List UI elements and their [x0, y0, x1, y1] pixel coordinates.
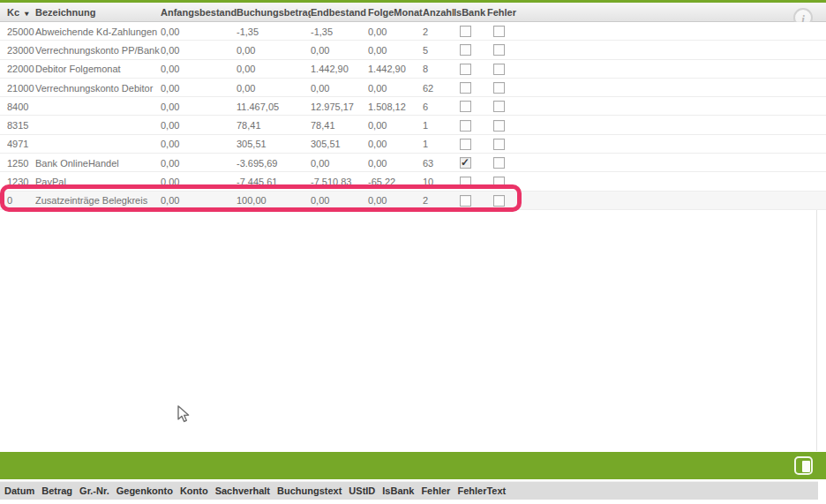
column-header-kc[interactable]: Kc▾ [7, 7, 35, 18]
app-window: Kc▾BezeichnungAnfangsbestandBuchungsbetr… [0, 0, 826, 504]
cell-anzahl: 2 [423, 195, 454, 206]
isbank-checkbox[interactable] [460, 157, 471, 169]
column-header-anzahl[interactable]: Anzahl [423, 7, 454, 18]
cell-endbestand: 78,41 [311, 120, 368, 131]
restore-window-icon[interactable] [794, 456, 813, 475]
cell-endbestand: 0,00 [311, 158, 368, 169]
isbank-checkbox[interactable] [460, 101, 471, 112]
cell-folgemonat: 1.508,12 [368, 102, 423, 112]
detail-column-header-gegenkonto[interactable]: Gegenkonto [116, 485, 173, 496]
fehler-checkbox[interactable] [493, 139, 505, 150]
detail-column-header-sachverhalt[interactable]: Sachverhalt [215, 485, 270, 496]
column-header-buchungsbetrag[interactable]: Buchungsbetrag [237, 7, 311, 18]
cell-bezeichnung: Bank OnlineHandel [35, 158, 161, 169]
isbank-checkbox[interactable] [460, 44, 471, 56]
cell-endbestand: 305,51 [311, 139, 368, 149]
cell-folgemonat: 0,00 [368, 45, 423, 56]
cell-anfangsbestand: 0,00 [161, 102, 237, 112]
isbank-checkbox[interactable] [460, 120, 471, 132]
cell-buchungsbetrag: 0,00 [237, 64, 311, 74]
column-header-endbestand[interactable]: Endbestand [311, 7, 368, 18]
detail-column-header-datum[interactable]: Datum [4, 485, 34, 496]
isbank-checkbox[interactable] [460, 195, 471, 207]
cell-anzahl: 1 [423, 120, 454, 131]
table-row[interactable]: 23000 Verrechnungskonto PP/Bank 0,00 0,0… [0, 41, 826, 59]
cell-anfangsbestand: 0,00 [161, 26, 237, 37]
detail-column-header-fehler[interactable]: Fehler [421, 485, 450, 496]
cell-anfangsbestand: 0,00 [161, 158, 237, 169]
sort-descending-icon: ▾ [25, 9, 29, 17]
cell-konto: 23000 [7, 45, 35, 56]
cell-folgemonat: 0,00 [368, 83, 423, 94]
detail-column-header-fehlertext[interactable]: FehlerText [457, 485, 506, 496]
cell-endbestand: 0,00 [311, 83, 368, 94]
detail-column-header-konto[interactable]: Konto [180, 485, 208, 496]
fehler-checkbox[interactable] [493, 157, 505, 169]
cell-konto: 8315 [7, 120, 35, 131]
cell-folgemonat: 0,00 [368, 26, 423, 37]
cell-konto: 0 [7, 195, 35, 206]
cell-bezeichnung: PayPal [35, 177, 161, 187]
detail-column-header-buchungstext[interactable]: Buchungstext [277, 485, 342, 496]
table-row[interactable]: 4971 0,00 305,51 305,51 0,00 1 [0, 135, 826, 154]
isbank-checkbox[interactable] [460, 64, 471, 75]
cell-bezeichnung: Verrechnungskonto Debitor [35, 83, 161, 94]
cell-konto: 25000 [7, 26, 35, 37]
fehler-checkbox[interactable] [493, 177, 505, 188]
cell-buchungsbetrag: -7.445,61 [237, 177, 311, 187]
table-header-row: Kc▾BezeichnungAnfangsbestandBuchungsbetr… [0, 3, 826, 22]
isbank-checkbox[interactable] [460, 177, 471, 188]
fehler-checkbox[interactable] [493, 82, 505, 94]
fehler-checkbox[interactable] [493, 101, 505, 112]
table-row[interactable]: 1230 PayPal 0,00 -7.445,61 -7.510,83 -65… [0, 172, 826, 191]
table-row[interactable]: 21000 Verrechnungskonto Debitor 0,00 0,0… [0, 79, 826, 97]
table-row[interactable]: 0 Zusatzeinträge Belegkreis 0,00 100,00 … [0, 192, 826, 210]
cell-anzahl: 6 [423, 102, 454, 112]
mouse-cursor-icon [176, 405, 191, 425]
cell-endbestand: 0,00 [311, 45, 368, 56]
detail-column-header-ustid[interactable]: UStID [349, 485, 375, 496]
detail-column-header-betrag[interactable]: Betrag [41, 485, 72, 496]
cell-folgemonat: 0,00 [368, 139, 423, 149]
isbank-checkbox[interactable] [460, 82, 471, 94]
column-header-anfangsbestand[interactable]: Anfangsbestand [161, 7, 237, 18]
cell-buchungsbetrag: 0,00 [237, 45, 311, 56]
column-header-isbank[interactable]: IsBank [454, 7, 487, 18]
cell-buchungsbetrag: 305,51 [237, 139, 311, 149]
fehler-checkbox[interactable] [493, 44, 505, 56]
cell-bezeichnung: Debitor Folgemonat [35, 64, 161, 74]
cell-folgemonat: 0,00 [368, 158, 423, 169]
cell-anzahl: 62 [423, 83, 454, 94]
cell-anzahl: 8 [423, 64, 454, 74]
table-row[interactable]: 1250 Bank OnlineHandel 0,00 -3.695,69 0,… [0, 154, 826, 172]
detail-column-header-isbank[interactable]: IsBank [382, 485, 414, 496]
column-header-fehler[interactable]: Fehler [487, 7, 522, 18]
fehler-checkbox[interactable] [493, 195, 505, 207]
fehler-checkbox[interactable] [493, 26, 505, 37]
cell-anzahl: 10 [423, 177, 454, 187]
detail-column-header-gr-nr-[interactable]: Gr.-Nr. [79, 485, 109, 496]
column-header-folgemonat[interactable]: FolgeMonat [368, 7, 423, 18]
cell-folgemonat: 0,00 [368, 120, 423, 131]
isbank-checkbox[interactable] [460, 139, 471, 150]
fehler-checkbox[interactable] [493, 64, 505, 75]
table-body: 25000 Abweichende Kd-Zahlungen 0,00 -1,3… [0, 22, 826, 210]
isbank-checkbox[interactable] [460, 26, 471, 37]
cell-konto: 1250 [7, 158, 35, 169]
cell-buchungsbetrag: 11.467,05 [237, 102, 311, 112]
cell-endbestand: 0,00 [311, 195, 368, 206]
cell-bezeichnung: Abweichende Kd-Zahlungen [35, 26, 161, 37]
fehler-checkbox[interactable] [493, 120, 505, 132]
cell-konto: 1230 [7, 177, 35, 187]
cell-anzahl: 63 [423, 158, 454, 169]
bottom-toolbar [0, 451, 826, 479]
table-row[interactable]: 8400 0,00 11.467,05 12.975,17 1.508,12 6 [0, 97, 826, 116]
table-row[interactable]: 25000 Abweichende Kd-Zahlungen 0,00 -1,3… [0, 22, 826, 41]
table-row[interactable]: 22000 Debitor Folgemonat 0,00 0,00 1.442… [0, 60, 826, 79]
restore-window-icon-inner [802, 461, 810, 472]
cell-buchungsbetrag: 100,00 [237, 195, 311, 206]
cell-buchungsbetrag: 78,41 [237, 120, 311, 131]
table-row[interactable]: 8315 0,00 78,41 78,41 0,00 1 [0, 116, 826, 134]
column-header-bezeichnung[interactable]: Bezeichnung [35, 7, 161, 18]
cell-konto: 4971 [7, 139, 35, 149]
